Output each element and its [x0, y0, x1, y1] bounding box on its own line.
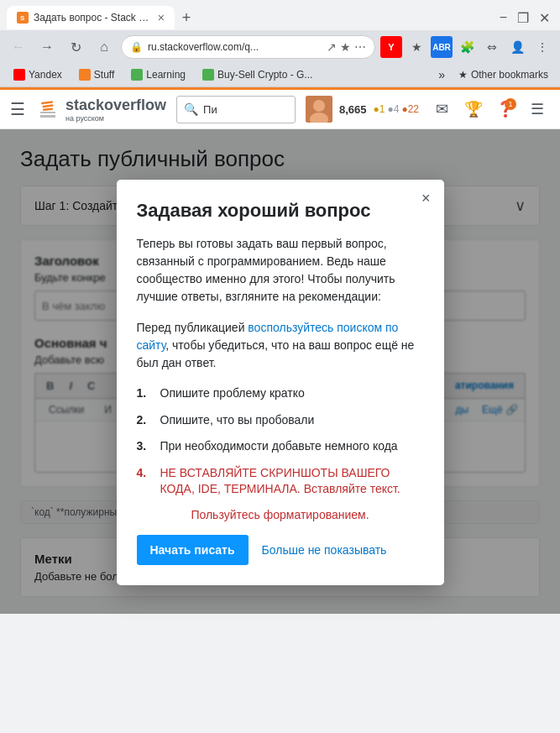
- so-logo[interactable]: stackoverflow на русском: [35, 97, 166, 123]
- star-bookmark-icon: ★: [458, 69, 468, 81]
- lock-icon: 🔒: [130, 41, 143, 53]
- back-button[interactable]: ←: [7, 35, 30, 59]
- modal-list: 1. Опишите проблему кратко 2. Опишите, ч…: [137, 385, 424, 498]
- new-tab-button[interactable]: +: [175, 6, 198, 29]
- list-text-3: При необходимости добавьте немного кода: [160, 438, 398, 455]
- forward-button[interactable]: →: [35, 35, 59, 59]
- bookmark-learning-label: Learning: [146, 69, 186, 81]
- minimize-button[interactable]: −: [496, 10, 510, 25]
- tab-close-button[interactable]: ×: [158, 11, 165, 24]
- bookmark-yandex[interactable]: Yandex: [7, 67, 69, 82]
- list-num-2: 2.: [137, 412, 154, 429]
- bronze-badge: ●22: [401, 103, 419, 115]
- list-num-1: 1.: [137, 385, 154, 402]
- list-num-4: 4.: [137, 465, 154, 482]
- overflow-button[interactable]: »: [433, 66, 450, 83]
- maximize-button[interactable]: ❐: [514, 10, 532, 26]
- sync-extension[interactable]: ⇔: [481, 36, 503, 58]
- bookmarks-bar: Yandex Stuff Learning Buy-Sell Crypto - …: [0, 64, 560, 87]
- bookmark-crypto-label: Buy-Sell Crypto - G...: [217, 69, 312, 81]
- good-question-modal: × Задавая хороший вопрос Теперь вы готов…: [117, 180, 444, 585]
- window-controls: − ❐ ✕: [496, 10, 553, 26]
- start-writing-button[interactable]: Начать писать: [137, 535, 249, 565]
- tab-favicon: S: [17, 12, 29, 24]
- page-content: Задать публичный вопрос Шаг 1: Создайте …: [0, 129, 560, 614]
- list-text-1: Опишите проблему кратко: [160, 385, 305, 402]
- bookmark-extension[interactable]: ★: [406, 36, 427, 58]
- modal-intro: Теперь вы готовы задать ваш первый вопро…: [137, 235, 424, 306]
- inbox-icon[interactable]: ✉: [429, 97, 454, 122]
- url-text: ru.stackoverflow.com/q...: [148, 41, 322, 53]
- bookmark-crypto[interactable]: Buy-Sell Crypto - G...: [196, 67, 319, 82]
- user-avatar[interactable]: [306, 96, 332, 123]
- active-tab[interactable]: S Задать вопрос - Stack Overflow ×: [7, 6, 175, 29]
- list-item-3: 3. При необходимости добавьте немного ко…: [137, 438, 424, 455]
- modal-close-button[interactable]: ×: [421, 190, 431, 207]
- svg-point-9: [313, 100, 325, 112]
- so-logo-icon: [35, 97, 60, 122]
- gold-badge: ●1: [374, 103, 385, 115]
- so-user-area: 8,665 ●1 ●4 ●22: [306, 96, 419, 123]
- bookmark-learning[interactable]: Learning: [124, 67, 192, 82]
- list-item-1: 1. Опишите проблему кратко: [137, 385, 424, 402]
- silver-badge: ●4: [387, 103, 399, 115]
- browser-titlebar: S Задать вопрос - Stack Overflow × + − ❐…: [0, 0, 560, 30]
- modal-before-link: Перед публикацией: [137, 321, 249, 334]
- so-logo-sub: на русском: [65, 114, 166, 123]
- list-text-2: Опишите, что вы пробовали: [160, 412, 315, 429]
- svg-rect-3: [40, 115, 55, 118]
- home-button[interactable]: ⌂: [92, 35, 116, 59]
- puzzle-extension[interactable]: 🧩: [456, 36, 478, 58]
- modal-footer: Начать писать Больше не показывать: [137, 535, 424, 565]
- modal-intro-text: Теперь вы готовы задать ваш первый вопро…: [137, 237, 395, 303]
- modal-link-paragraph: Перед публикацией воспользуйтесь поиском…: [137, 319, 424, 372]
- close-window-button[interactable]: ✕: [536, 10, 553, 26]
- address-bar-icons: ↗ ★ ⋯: [327, 40, 366, 54]
- address-bar[interactable]: 🔒 ru.stackoverflow.com/q... ↗ ★ ⋯: [121, 35, 375, 59]
- list-num-3: 3.: [137, 438, 154, 455]
- menu-button[interactable]: ⋮: [531, 36, 553, 58]
- reload-button[interactable]: ↻: [64, 35, 87, 59]
- user-reputation: 8,665: [339, 103, 367, 116]
- svg-rect-6: [42, 104, 53, 107]
- list-text-4: НЕ ВСТАВЛЯЙТЕ СКРИНШОТЫ ВАШЕГО КОДА, IDE…: [160, 465, 424, 498]
- stuff-icon: [79, 69, 91, 81]
- dismiss-button[interactable]: Больше не показывать: [262, 543, 387, 557]
- search-input[interactable]: [203, 103, 288, 116]
- browser-toolbar: ← → ↻ ⌂ 🔒 ru.stackoverflow.com/q... ↗ ★ …: [0, 30, 560, 64]
- svg-rect-4: [40, 112, 55, 113]
- svg-rect-7: [43, 107, 53, 111]
- abr-extension[interactable]: ABR: [431, 36, 453, 58]
- search-icon: 🔍: [184, 102, 198, 116]
- tab-title: Задать вопрос - Stack Overflow: [34, 12, 153, 24]
- help-icon[interactable]: ❓ 1: [493, 97, 518, 122]
- browser-tabs: S Задать вопрос - Stack Overflow × +: [7, 6, 496, 29]
- hamburger-menu[interactable]: ☰: [10, 99, 25, 119]
- bookmark-stuff[interactable]: Stuff: [72, 67, 121, 82]
- svg-text:S: S: [20, 14, 25, 22]
- modal-overlay: × Задавая хороший вопрос Теперь вы готов…: [0, 129, 560, 614]
- so-logo-text: stackoverflow на русском: [65, 97, 166, 123]
- modal-formatting-warning: Пользуйтесь форматированием.: [137, 508, 424, 521]
- bookmark-yandex-label: Yandex: [29, 69, 62, 81]
- user-extension[interactable]: 👤: [506, 36, 528, 58]
- extensions-icon[interactable]: ⋯: [354, 40, 366, 54]
- so-search-bar[interactable]: 🔍: [176, 96, 296, 123]
- svg-rect-5: [41, 101, 53, 104]
- bookmark-stuff-label: Stuff: [94, 69, 114, 81]
- learning-icon: [131, 69, 143, 81]
- list-item-4: 4. НЕ ВСТАВЛЯЙТЕ СКРИНШОТЫ ВАШЕГО КОДА, …: [137, 465, 424, 498]
- modal-title: Задавая хороший вопрос: [137, 200, 424, 222]
- modal-after-link: , чтобы убедиться, что на ваш вопрос ещё…: [137, 338, 415, 369]
- site-menu-icon[interactable]: ☰: [525, 97, 550, 122]
- bookmark-icon[interactable]: ★: [340, 40, 351, 54]
- share-icon[interactable]: ↗: [327, 40, 337, 54]
- browser-toolbar-right: Y ★ ABR 🧩 ⇔ 👤 ⋮: [380, 36, 553, 58]
- browser-chrome: S Задать вопрос - Stack Overflow × + − ❐…: [0, 0, 560, 87]
- list-item-2: 2. Опишите, что вы пробовали: [137, 412, 424, 429]
- yandex-extension[interactable]: Y: [380, 36, 402, 58]
- achievements-icon[interactable]: 🏆: [461, 97, 486, 122]
- other-bookmarks-item[interactable]: ★ Other bookmarks: [453, 67, 553, 82]
- notification-badge: 1: [505, 98, 516, 110]
- bookmarks-overflow: » ★ Other bookmarks: [433, 66, 553, 83]
